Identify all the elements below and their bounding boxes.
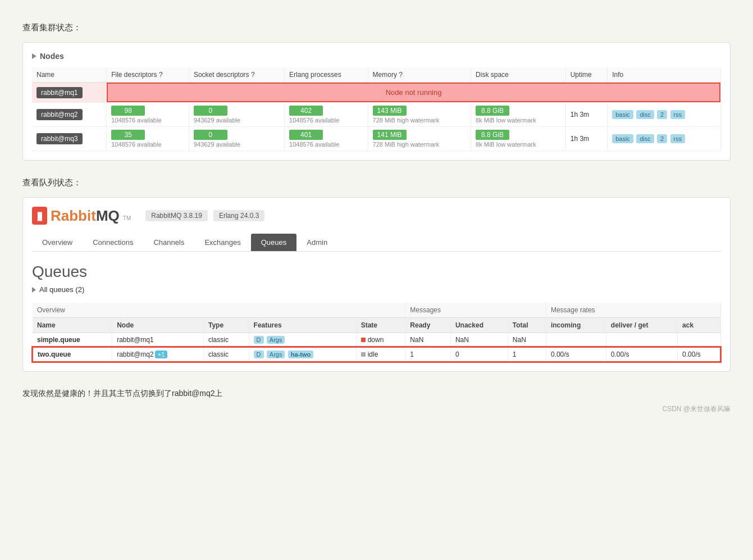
state-text: down	[368, 336, 384, 344]
node-name-cell: rabbit@mq2	[32, 103, 107, 127]
rabbitmq-trademark: TM	[123, 215, 131, 221]
table-row: rabbit@mq1 Node not running	[32, 83, 721, 103]
tab-admin[interactable]: Admin	[296, 234, 337, 251]
collapse-icon[interactable]	[32, 53, 36, 59]
socket-desc-cell: 0 943629 available	[189, 103, 284, 127]
queues-column-header-row: Name Node Type Features State Ready Unac…	[33, 318, 720, 333]
queue-ack-cell: 0.00/s	[678, 347, 720, 362]
col-q-incoming: incoming	[546, 318, 606, 333]
table-row: simple.queue rabbit@mq1 classic D Args d…	[33, 333, 720, 348]
queue-ready-cell: 1	[405, 347, 451, 362]
queue-node-cell: rabbit@mq2 +1	[112, 347, 204, 362]
state-text: idle	[368, 350, 378, 358]
col-name: Name	[32, 67, 107, 83]
node-name-cell: rabbit@mq1	[32, 83, 107, 103]
col-q-unacked: Unacked	[450, 318, 508, 333]
queue-state-cell: idle	[356, 347, 405, 362]
tab-exchanges[interactable]: Exchanges	[194, 234, 250, 251]
info-tags-cell: basic disc 2 rss	[608, 127, 721, 151]
queue-features-cell: D Args	[249, 333, 356, 348]
queue-unacked-cell: NaN	[450, 333, 508, 348]
version-tags: RabbitMQ 3.8.19 Erlang 24.0.3	[145, 210, 264, 221]
node-plus-badge: +1	[155, 350, 168, 358]
tab-overview[interactable]: Overview	[32, 234, 83, 251]
queue-state-cell: down	[356, 333, 405, 348]
group-rates-header: Message rates	[546, 303, 720, 318]
nav-tabs: Overview Connections Channels Exchanges …	[32, 234, 721, 252]
uptime-cell: 1h 3m	[565, 103, 607, 127]
queues-page-title: Queues	[32, 263, 721, 281]
tab-queues[interactable]: Queues	[251, 234, 297, 251]
expand-icon	[32, 287, 36, 293]
nodes-card: Nodes Name File descriptors ? Socket des…	[22, 42, 731, 161]
tab-channels[interactable]: Channels	[143, 234, 194, 251]
file-desc-cell: 98 1048576 available	[107, 103, 189, 127]
erlang-cell: 402 1048576 available	[285, 103, 368, 127]
memory-cell: 143 MiB 728 MiB high watermark	[368, 103, 471, 127]
top-section-title: 查看集群状态：	[22, 22, 731, 33]
queue-section-title: 查看队列状态：	[22, 177, 731, 188]
node-name: rabbit@mq2	[117, 350, 154, 358]
tab-connections[interactable]: Connections	[83, 234, 143, 251]
col-q-features: Features	[249, 318, 356, 333]
group-messages-header: Messages	[405, 303, 546, 318]
nodes-label: Nodes	[40, 52, 64, 61]
memory-cell: 141 MiB 728 MiB high watermark	[368, 127, 471, 151]
erlang-cell: 401 1048576 available	[285, 127, 368, 151]
queue-incoming-cell	[546, 333, 606, 348]
footer-text: 发现依然是健康的！并且其主节点切换到了rabbit@mq2上	[22, 389, 731, 399]
rabbitmq-logo-icon: ▮	[32, 207, 47, 225]
queue-incoming-cell: 0.00/s	[546, 347, 606, 362]
queue-node-cell: rabbit@mq1	[112, 333, 204, 348]
rabbitmq-card: ▮ RabbitMQ TM RabbitMQ 3.8.19 Erlang 24.…	[22, 197, 731, 372]
col-q-total: Total	[508, 318, 546, 333]
queue-type-cell: classic	[203, 347, 249, 362]
queues-table: Overview Messages Message rates Name Nod…	[32, 303, 721, 362]
state-dot-red	[361, 338, 366, 342]
nodes-table-header-row: Name File descriptors ? Socket descripto…	[32, 67, 721, 83]
uptime-cell: 1h 3m	[565, 127, 607, 151]
rabbitmq-logo: ▮ RabbitMQ TM RabbitMQ 3.8.19 Erlang 24.…	[32, 207, 721, 225]
queue-total-cell: NaN	[508, 333, 546, 348]
queue-ready-cell: NaN	[405, 333, 451, 348]
disk-cell: 8.8 GiB 8k MiB low watermark	[471, 103, 566, 127]
socket-desc-cell: 0 943629 available	[189, 127, 284, 151]
col-erlang: Erlang processes	[285, 67, 368, 83]
node-not-running-banner: Node not running	[107, 83, 720, 102]
group-overview-header: Overview	[33, 303, 405, 318]
csdn-watermark: CSDN @来世做春风嘛	[22, 404, 731, 414]
col-q-ack: ack	[678, 318, 720, 333]
queue-features-cell: D Args ha-two	[249, 347, 356, 362]
col-q-deliver: deliver / get	[606, 318, 677, 333]
col-file-desc: File descriptors ?	[107, 67, 189, 83]
queue-deliver-cell: 0.00/s	[606, 347, 677, 362]
col-q-type: Type	[203, 318, 249, 333]
disk-cell: 8.8 GiB 8k MiB low watermark	[471, 127, 566, 151]
all-queues-row[interactable]: All queues (2)	[32, 285, 721, 294]
col-socket-desc: Socket descriptors ?	[189, 67, 284, 83]
col-disk: Disk space	[471, 67, 566, 83]
queue-deliver-cell	[606, 333, 677, 348]
queue-unacked-cell: 0	[450, 347, 508, 362]
queues-group-header-row: Overview Messages Message rates	[33, 303, 720, 318]
all-queues-label: All queues (2)	[39, 285, 84, 294]
nodes-table: Name File descriptors ? Socket descripto…	[32, 67, 721, 151]
node-name-cell: rabbit@mq3	[32, 127, 107, 151]
table-row: rabbit@mq2 98 1048576 available 0 943629…	[32, 103, 721, 127]
col-info: Info	[608, 67, 721, 83]
queue-ack-cell	[678, 333, 720, 348]
table-row: two.queue rabbit@mq2 +1 classic D Args h…	[33, 347, 720, 362]
queue-name-cell: simple.queue	[33, 333, 112, 348]
queue-type-cell: classic	[203, 333, 249, 348]
col-q-state: State	[356, 318, 405, 333]
state-dot-gray	[361, 352, 366, 357]
col-memory: Memory ?	[368, 67, 471, 83]
node-not-running-cell: Node not running	[107, 83, 721, 103]
col-q-node: Node	[112, 318, 204, 333]
table-row: rabbit@mq3 35 1048576 available 0 943629…	[32, 127, 721, 151]
erlang-version: Erlang 24.0.3	[213, 210, 264, 221]
nodes-header: Nodes	[32, 52, 721, 61]
queue-total-cell: 1	[508, 347, 546, 362]
info-tags-cell: basic disc 2 rss	[608, 103, 721, 127]
file-desc-cell: 35 1048576 available	[107, 127, 189, 151]
